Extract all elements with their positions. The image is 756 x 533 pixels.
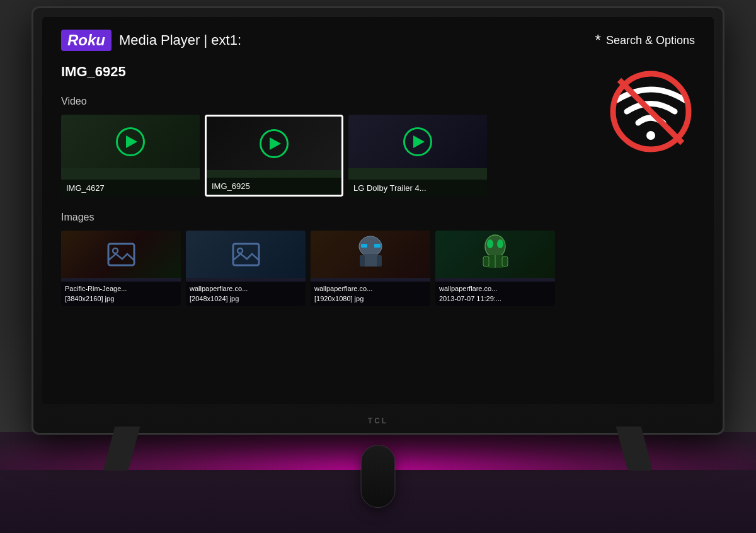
video-thumb-bg-3: [348, 115, 487, 168]
search-options-label[interactable]: Search & Options: [606, 34, 695, 47]
images-grid: Pacific-Rim-Jeage... [3840x2160] jpg: [61, 231, 695, 306]
image-item-4[interactable]: wallpaperflare.co... 2013-07-07 11:29:..…: [435, 231, 555, 306]
video-item-2[interactable]: IMG_6925: [205, 115, 343, 197]
video-label-3: LG Dolby Trailer 4...: [348, 180, 487, 197]
no-wifi-icon: [607, 67, 695, 156]
no-wifi-container: [607, 67, 695, 156]
header: Roku Media Player | ext1: * Search & Opt…: [61, 30, 695, 51]
svg-point-4: [113, 248, 118, 253]
svg-rect-10: [364, 254, 378, 266]
image-thumb-content-4: [435, 231, 555, 278]
play-button-3[interactable]: [403, 127, 432, 156]
tv-body: Roku Media Player | ext1: * Search & Opt…: [32, 6, 724, 435]
play-triangle-1: [126, 135, 137, 148]
roku-logo: Roku: [61, 30, 112, 51]
tv-screen: Roku Media Player | ext1: * Search & Opt…: [42, 17, 714, 404]
images-section-label: Images: [61, 212, 695, 223]
play-button-1[interactable]: [116, 127, 145, 156]
video-item-1[interactable]: IMG_4627: [61, 115, 200, 197]
svg-point-15: [497, 239, 503, 248]
header-left: Roku Media Player | ext1:: [61, 30, 241, 51]
play-triangle-2: [270, 137, 281, 150]
svg-rect-5: [233, 244, 259, 265]
video-label-2: IMG_6925: [207, 178, 341, 195]
tv-brand-logo: TCL: [368, 416, 388, 425]
image-item-3[interactable]: wallpaperflare.co... [1920x1080] jpg: [311, 231, 430, 306]
image-icon-2: [232, 243, 260, 266]
svg-rect-12: [377, 255, 382, 266]
svg-rect-11: [360, 255, 365, 266]
video-label-1: IMG_4627: [61, 180, 200, 197]
image-thumb-content-2: [186, 231, 306, 278]
image-label-2: wallpaperflare.co... [2048x1024] jpg: [186, 282, 306, 306]
image-thumb-content-1: [61, 231, 181, 278]
image-label-1: Pacific-Rim-Jeage... [3840x2160] jpg: [61, 282, 181, 306]
mech-icon: [353, 234, 388, 275]
video-thumb-bg-2: [207, 117, 341, 170]
svg-rect-3: [108, 244, 134, 265]
image-label-3: wallpaperflare.co... [1920x1080] jpg: [311, 282, 430, 306]
video-grid: IMG_4627 IMG_6925: [61, 115, 695, 197]
image-label-4: wallpaperflare.co... 2013-07-07 11:29:..…: [435, 282, 555, 306]
image-item-1[interactable]: Pacific-Rim-Jeage... [3840x2160] jpg: [61, 231, 181, 306]
alien-icon: [478, 234, 513, 275]
svg-rect-19: [502, 256, 508, 266]
selected-item-name: IMG_6925: [61, 64, 695, 80]
header-right: * Search & Options: [595, 32, 695, 49]
image-item-2[interactable]: wallpaperflare.co... [2048x1024] jpg: [186, 231, 306, 306]
svg-rect-18: [483, 256, 489, 266]
svg-rect-9: [374, 244, 381, 248]
image-thumb-content-3: [311, 231, 430, 278]
screen-content: Roku Media Player | ext1: * Search & Opt…: [42, 17, 714, 404]
play-button-2[interactable]: [260, 129, 289, 158]
svg-point-14: [487, 239, 493, 248]
svg-rect-8: [361, 244, 367, 248]
video-section-label: Video: [61, 96, 695, 107]
video-thumb-bg-1: [61, 115, 200, 168]
svg-point-0: [646, 131, 655, 140]
play-triangle-3: [413, 135, 425, 148]
svg-point-6: [238, 248, 243, 253]
image-icon-1: [107, 243, 135, 266]
app-title: Media Player | ext1:: [119, 32, 241, 49]
remote-control: [361, 445, 396, 508]
video-item-3[interactable]: LG Dolby Trailer 4...: [348, 115, 487, 197]
asterisk-icon: *: [595, 32, 601, 49]
